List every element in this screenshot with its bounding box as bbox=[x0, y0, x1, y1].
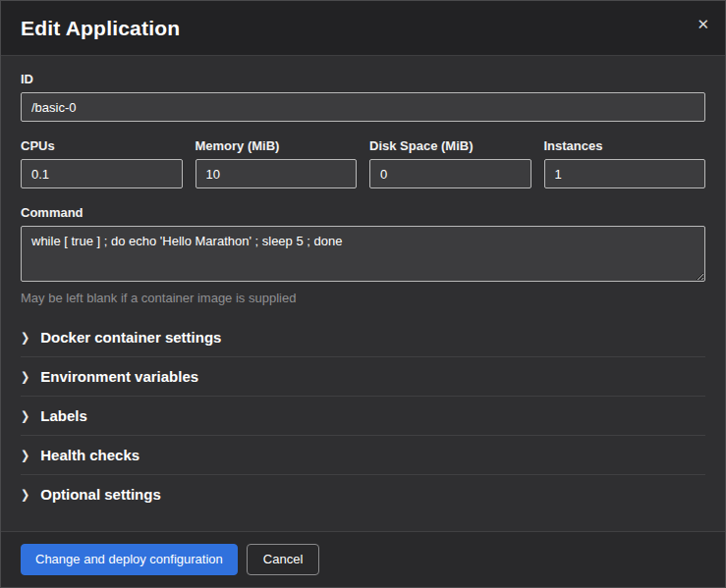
section-health-checks[interactable]: ❯ Health checks bbox=[21, 435, 705, 474]
cancel-button[interactable]: Cancel bbox=[247, 544, 319, 575]
id-field-group: ID bbox=[21, 72, 705, 122]
change-and-deploy-button[interactable]: Change and deploy configuration bbox=[21, 544, 238, 575]
instances-label: Instances bbox=[544, 138, 706, 153]
section-environment-variables[interactable]: ❯ Environment variables bbox=[21, 356, 705, 396]
id-input[interactable] bbox=[21, 92, 705, 122]
cpus-field-group: CPUs bbox=[21, 138, 183, 188]
cpus-input[interactable] bbox=[21, 159, 183, 188]
section-label: Docker container settings bbox=[40, 329, 221, 346]
chevron-right-icon: ❯ bbox=[21, 488, 29, 501]
command-textarea[interactable]: while [ true ] ; do echo 'Hello Marathon… bbox=[21, 226, 705, 282]
section-optional-settings[interactable]: ❯ Optional settings bbox=[21, 474, 705, 513]
memory-field-group: Memory (MiB) bbox=[195, 138, 358, 188]
command-field-group: Command while [ true ] ; do echo 'Hello … bbox=[21, 205, 705, 305]
memory-input[interactable] bbox=[195, 159, 358, 188]
resources-row: CPUs Memory (MiB) Disk Space (MiB) Insta… bbox=[21, 138, 705, 188]
modal-title: Edit Application bbox=[21, 17, 705, 40]
modal-footer: Change and deploy configuration Cancel bbox=[1, 531, 725, 587]
command-label: Command bbox=[21, 205, 705, 220]
id-label: ID bbox=[21, 72, 705, 86]
disk-label: Disk Space (MiB) bbox=[369, 138, 531, 153]
disk-input[interactable] bbox=[369, 159, 531, 188]
section-docker-container-settings[interactable]: ❯ Docker container settings bbox=[21, 318, 705, 356]
disk-field-group: Disk Space (MiB) bbox=[369, 138, 531, 188]
command-help-text: May be left blank if a container image i… bbox=[21, 291, 705, 305]
collapsible-sections: ❯ Docker container settings ❯ Environmen… bbox=[21, 318, 705, 513]
memory-label: Memory (MiB) bbox=[195, 138, 358, 153]
section-label: Optional settings bbox=[40, 486, 161, 503]
modal-body: ID CPUs Memory (MiB) Disk Space (MiB) In… bbox=[1, 56, 725, 531]
section-label: Labels bbox=[40, 407, 87, 424]
instances-field-group: Instances bbox=[544, 138, 706, 188]
instances-input[interactable] bbox=[544, 159, 706, 188]
section-label: Health checks bbox=[40, 447, 140, 463]
modal-header: Edit Application ✕ bbox=[1, 1, 725, 56]
cpus-label: CPUs bbox=[21, 138, 183, 153]
chevron-right-icon: ❯ bbox=[21, 331, 29, 344]
chevron-right-icon: ❯ bbox=[21, 449, 29, 461]
chevron-right-icon: ❯ bbox=[21, 370, 29, 383]
section-labels[interactable]: ❯ Labels bbox=[21, 396, 705, 435]
edit-application-modal: Edit Application ✕ ID CPUs Memory (MiB) … bbox=[0, 0, 726, 588]
close-icon[interactable]: ✕ bbox=[697, 17, 709, 31]
section-label: Environment variables bbox=[40, 368, 198, 385]
chevron-right-icon: ❯ bbox=[21, 409, 29, 422]
